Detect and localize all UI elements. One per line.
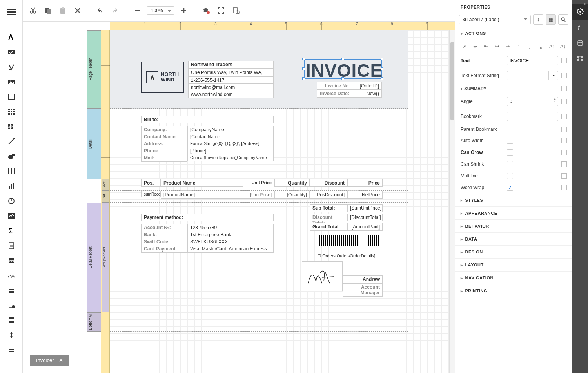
billto-mail-value[interactable]: Concat(Lower(Replace([CompanyName: [187, 154, 274, 161]
tool-panel[interactable]: [6, 92, 16, 102]
prop-angle-input[interactable]: [507, 97, 552, 106]
fullscreen-button[interactable]: [216, 5, 227, 16]
band-pageheader[interactable]: PageHeader: [87, 30, 101, 109]
payment-swift-value[interactable]: SWFTKUS6LXXX: [187, 238, 274, 246]
align-right-icon[interactable]: ⭲: [505, 43, 512, 50]
payment-card-value[interactable]: Visa, MasterCard, American Express: [187, 245, 274, 253]
group-actions[interactable]: ACTIONS: [455, 27, 572, 40]
properties-rail-button[interactable]: [572, 4, 588, 20]
sort-button[interactable]: ↕: [533, 14, 543, 25]
grandtotal-label[interactable]: Grand Total:: [310, 223, 347, 231]
invoice-title-label[interactable]: INVOICE: [304, 59, 382, 79]
subband-groupfooter[interactable]: GroupFooter1: [102, 203, 109, 312]
invoice-date-value[interactable]: Now(): [352, 90, 382, 98]
cut-button[interactable]: [27, 5, 38, 16]
signature-title[interactable]: Account Manager: [343, 283, 383, 297]
scrollbar-vertical[interactable]: [449, 30, 455, 373]
tool-sparkline[interactable]: [6, 211, 16, 221]
group-layout[interactable]: LAYOUT: [455, 258, 572, 271]
company-web[interactable]: www.northwind.com: [188, 91, 274, 98]
group-design[interactable]: DESIGN: [455, 245, 572, 258]
align-top-icon[interactable]: ⭱: [515, 43, 523, 50]
tool-table[interactable]: [6, 107, 16, 117]
tool-picturebox[interactable]: [6, 77, 16, 87]
row-qty[interactable]: [Quantity]: [274, 191, 310, 199]
barcode-text[interactable]: [0 Orders OrdersOrderDetails]: [318, 253, 375, 258]
discounttotal-value[interactable]: [DiscountTotal]: [347, 214, 383, 221]
search-button[interactable]: [558, 14, 568, 25]
expressions-rail-button[interactable]: f: [572, 20, 588, 35]
company-email[interactable]: northwind@mail.com: [188, 83, 274, 91]
tool-label[interactable]: A: [6, 32, 16, 42]
zoom-select[interactable]: 100%: [147, 6, 174, 15]
billto-heading[interactable]: Bill to:: [141, 116, 274, 123]
barcode[interactable]: [318, 235, 380, 246]
zoom-out-button[interactable]: [132, 5, 143, 16]
payment-card-label[interactable]: Card Payment:: [141, 245, 187, 253]
group-data[interactable]: DATA: [455, 232, 572, 245]
prop-wordwrap-marker[interactable]: [561, 185, 567, 190]
tool-subreport[interactable]: [6, 241, 16, 251]
prop-textformat-input[interactable]: [507, 71, 548, 80]
redo-button[interactable]: [109, 5, 120, 16]
fit-bounds-h-icon[interactable]: ⇔: [472, 43, 479, 50]
tool-crossbandbox[interactable]: [6, 345, 16, 355]
group-styles[interactable]: STYLES: [455, 194, 572, 206]
company-name[interactable]: Northwind Traders: [188, 61, 274, 69]
band-detail[interactable]: Detail: [87, 109, 101, 179]
col-price[interactable]: Price: [347, 179, 383, 187]
payment-heading[interactable]: Payment method:: [141, 214, 274, 221]
validate-button[interactable]: [201, 5, 212, 16]
row-discount[interactable]: [PosDiscount]: [310, 191, 347, 199]
company-phone[interactable]: 1-206-555-1417: [188, 76, 274, 84]
prop-multiline-marker[interactable]: [561, 173, 567, 179]
payment-bank-label[interactable]: Bank:: [141, 231, 187, 239]
group-appearance[interactable]: APPEARANCE: [455, 206, 572, 219]
tool-pivotgrid[interactable]: Σ: [6, 226, 16, 236]
reportexplorer-rail-button[interactable]: [572, 51, 588, 67]
payment-bank-value[interactable]: 1st Enterprise Bank: [187, 231, 274, 239]
subtotal-value[interactable]: [SumUnitPrice]: [347, 204, 383, 212]
subband-groupheader[interactable]: Grot: [102, 179, 109, 191]
invoice-date-label[interactable]: Invoice Date:: [317, 90, 352, 98]
delete-button[interactable]: [72, 5, 83, 16]
align-left-icon[interactable]: ⭰: [483, 43, 490, 50]
group-printing[interactable]: PRINTING: [455, 284, 572, 297]
copy-button[interactable]: [42, 5, 53, 16]
close-tab-icon[interactable]: ✕: [59, 357, 63, 363]
prop-text-input[interactable]: [507, 56, 558, 65]
tool-gauge[interactable]: [6, 196, 16, 206]
signature-image[interactable]: [302, 261, 343, 291]
billto-address-value[interactable]: FormatString('{0}, {1}, {2}', [Address],: [187, 140, 274, 147]
collapse-chevron-icon[interactable]: ▸: [584, 1, 586, 6]
prop-bookmark-marker[interactable]: [561, 114, 567, 119]
row-pos[interactable]: sumRecordNumber: [141, 191, 161, 197]
element-select[interactable]: xrLabel17 (Label): [459, 15, 531, 24]
paste-button[interactable]: [57, 5, 68, 16]
prop-angle-marker[interactable]: [561, 99, 567, 104]
billto-phone-label[interactable]: Phone:: [141, 147, 187, 155]
scripts-button[interactable]: [230, 5, 241, 16]
prop-wordwrap-checkbox[interactable]: ✓: [507, 185, 513, 191]
group-summary[interactable]: SUMMARY: [464, 86, 486, 91]
band-bottommargin[interactable]: BottomM: [87, 312, 101, 332]
tool-toc[interactable]: [6, 285, 16, 295]
prop-autowidth-checkbox[interactable]: [507, 138, 513, 144]
tool-pdfcontent[interactable]: PDF: [6, 255, 16, 266]
grandtotal-value[interactable]: [AmountPaid]: [347, 223, 383, 231]
col-unitprice[interactable]: Unit Price: [243, 179, 274, 186]
size-inc-icon[interactable]: A↑: [548, 43, 555, 50]
report-tab[interactable]: Invoice* ✕: [30, 355, 69, 366]
band-detailreport[interactable]: DetailReport: [87, 203, 101, 312]
group-behavior[interactable]: BEHAVIOR: [455, 219, 572, 232]
tool-charactercomb[interactable]: ab: [6, 121, 16, 132]
tool-pdfsignature[interactable]: [6, 270, 16, 281]
tool-barcode[interactable]: [6, 166, 16, 176]
tool-line[interactable]: [6, 136, 16, 147]
fit-bounds-icon[interactable]: ⤢: [461, 43, 468, 50]
col-discount[interactable]: Discount: [310, 179, 347, 187]
subtotal-label[interactable]: Sub Total:: [310, 204, 347, 212]
tool-pageinfo[interactable]: i: [6, 300, 16, 310]
prop-cangrow-checkbox[interactable]: [507, 149, 513, 156]
billto-mail-label[interactable]: Mail:: [141, 154, 187, 162]
